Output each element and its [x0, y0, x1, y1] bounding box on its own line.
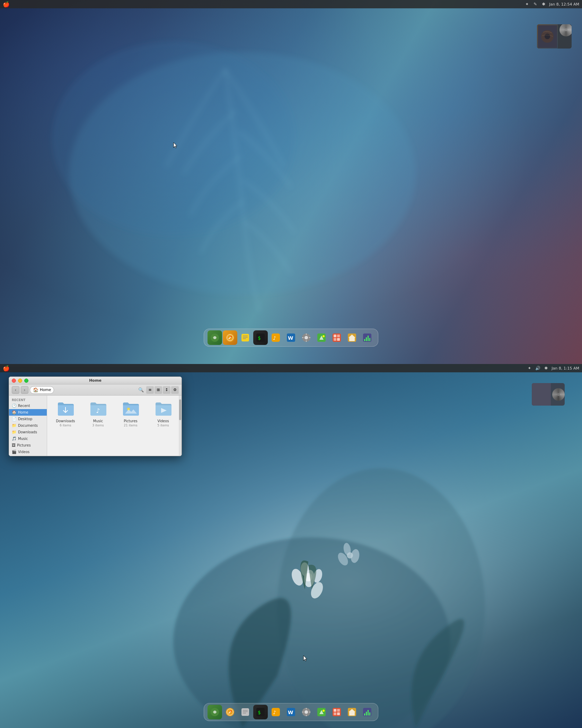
dock-item-editor-bottom[interactable]: [314, 705, 329, 719]
menubar-top: 🍎 ✦ ✎ ✱ Jan 8, 12:54 AM: [0, 0, 582, 8]
music-widget-bottom[interactable]: ⏮ ▶ ⏭: [532, 383, 565, 406]
dock-item-home-bottom[interactable]: [345, 705, 359, 719]
dock-item-browser-bottom[interactable]: [208, 705, 222, 719]
fm-sidebar-item-videos[interactable]: 🎬 Videos: [9, 449, 47, 455]
svg-text:$: $: [258, 335, 261, 341]
dock-item-music-bottom[interactable]: ♪: [268, 705, 283, 719]
fm-documents-icon: 📁: [12, 423, 17, 428]
svg-text:♪: ♪: [273, 710, 276, 715]
album-art-inner-top: [537, 24, 558, 49]
menubar-left: 🍎: [3, 1, 10, 8]
fm-downloads-count: 6 items: [60, 424, 71, 427]
fm-sidebar-item-recent[interactable]: 🕐 Recent: [9, 402, 47, 409]
dock-item-browser-top[interactable]: [208, 330, 222, 345]
fm-sidebar-item-desktop[interactable]: 📄 Desktop: [9, 416, 47, 422]
fm-minimize-button[interactable]: [18, 379, 22, 383]
svg-rect-36: [368, 336, 369, 341]
fm-sidebar: Recent 🕐 Recent 🏠 Home 📄 Desktop 📁 Docum…: [9, 396, 47, 456]
apple-menu-bottom[interactable]: 🍎: [3, 365, 10, 372]
fm-search-button[interactable]: 🔍: [137, 386, 145, 394]
fm-sidebar-music-label: Music: [18, 437, 28, 441]
fm-pictures-count: 21 items: [124, 424, 137, 427]
fm-sidebar-item-home[interactable]: 🏠 Home: [9, 409, 47, 416]
fm-forward-button[interactable]: ›: [21, 386, 28, 394]
fm-home-sidebar-icon: 🏠: [12, 410, 17, 415]
dock-item-system-bottom[interactable]: [360, 705, 374, 719]
dock-item-tiles-bottom[interactable]: [329, 705, 344, 719]
svg-rect-22: [306, 340, 307, 342]
fm-toolbar: ‹ › 🏠 Home 🔍 ≡ ⊞ ↕ ⚙: [9, 384, 182, 396]
fm-sort-button[interactable]: ↕: [163, 386, 170, 394]
svg-rect-9: [241, 334, 249, 341]
svg-rect-37: [369, 338, 370, 341]
menubar-icon-volume-bottom: 🔊: [535, 365, 540, 371]
fm-sidebar-item-downloads[interactable]: 📁 Downloads: [9, 429, 47, 435]
album-art-bottom: [532, 383, 551, 406]
fm-back-button[interactable]: ‹: [12, 386, 19, 394]
fm-sidebar-item-documents[interactable]: 📁 Documents: [9, 422, 47, 429]
dock-item-music-top[interactable]: ♪: [268, 330, 283, 345]
fm-folder-pictures[interactable]: Pictures 21 items: [116, 399, 146, 428]
fm-scrollbar-thumb[interactable]: [179, 399, 181, 420]
fm-grid-view-button[interactable]: ⊞: [155, 386, 162, 394]
dock-item-home-top[interactable]: [345, 330, 359, 345]
dock-item-safari-bottom[interactable]: [223, 705, 237, 719]
svg-rect-31: [337, 338, 340, 341]
fm-sidebar-item-trash[interactable]: 🗑 Trash: [9, 455, 47, 456]
dock-item-terminal-top[interactable]: $: [253, 330, 268, 345]
svg-rect-35: [366, 337, 367, 341]
fm-location-bar[interactable]: 🏠 Home: [30, 386, 54, 394]
music-widget-top[interactable]: ⏮ ▶ ⏭: [537, 24, 572, 49]
menubar-right-bottom: ✦ 🔊 ✱ Jan 8, 1:15 AM: [527, 365, 579, 371]
fm-main-content: Downloads 6 items ♪ Music: [47, 396, 182, 456]
dock-item-settings-bottom[interactable]: [299, 705, 314, 719]
fm-list-view-button[interactable]: ≡: [146, 386, 154, 394]
menubar-right-top: ✦ ✎ ✱ Jan 8, 12:54 AM: [524, 1, 579, 7]
svg-point-1: [52, 42, 294, 236]
dock-top: $ ♪ W: [204, 329, 378, 347]
svg-point-26: [323, 335, 325, 337]
leaf-wallpaper-top: [0, 0, 582, 364]
dock-item-terminal-bottom[interactable]: $: [253, 705, 268, 719]
svg-rect-21: [306, 333, 307, 335]
dock-item-settings-top[interactable]: [299, 330, 314, 345]
fm-maximize-button[interactable]: [24, 379, 28, 383]
menubar-bottom: 🍎 ✦ 🔊 ✱ Jan 8, 1:15 AM: [0, 364, 582, 372]
menubar-icon-star-bottom: ✦: [527, 365, 532, 371]
file-manager-window: Home ‹ › 🏠 Home 🔍 ≡ ⊞ ↕ ⚙ Recent: [9, 376, 182, 456]
svg-point-71: [305, 710, 308, 714]
dock-item-notes-top[interactable]: [238, 330, 253, 345]
dock-item-safari-top[interactable]: [223, 330, 237, 345]
apple-menu-top[interactable]: 🍎: [3, 1, 10, 8]
cd-disc-top: [559, 24, 572, 36]
fm-view-buttons: ≡ ⊞ ↕ ⚙: [146, 386, 179, 394]
svg-rect-87: [368, 710, 369, 716]
fm-options-button[interactable]: ⚙: [171, 386, 179, 394]
dock-item-tiles-top[interactable]: [329, 330, 344, 345]
fm-sidebar-recent-label: Recent: [18, 404, 30, 408]
svg-rect-82: [337, 712, 340, 715]
fm-folder-music[interactable]: ♪ Music 3 items: [83, 399, 113, 428]
svg-text:♪: ♪: [96, 407, 100, 414]
fm-close-button[interactable]: [12, 379, 16, 383]
dock-item-editor-top[interactable]: [314, 330, 329, 345]
svg-rect-88: [369, 712, 370, 716]
fm-sidebar-item-music[interactable]: 🎵 Music: [9, 435, 47, 442]
cd-disc-bottom: [552, 388, 565, 401]
dock-item-system-top[interactable]: [360, 330, 374, 345]
svg-point-50: [347, 552, 353, 558]
fm-videos-folder-icon: [154, 400, 172, 418]
fm-folder-downloads[interactable]: Downloads 6 items: [51, 399, 80, 428]
dock-bottom: $ ♪ W: [204, 703, 378, 721]
fm-pictures-folder-icon: [122, 400, 140, 418]
dock-item-word-top[interactable]: W: [284, 330, 298, 345]
svg-point-20: [305, 336, 308, 339]
fm-scrollbar-track[interactable]: [179, 396, 182, 456]
fm-folder-grid: Downloads 6 items ♪ Music: [47, 396, 182, 432]
fm-sidebar-videos-label: Videos: [18, 450, 29, 454]
menubar-icon-wifi: ✱: [541, 1, 546, 7]
fm-folder-videos[interactable]: Videos 5 items: [148, 399, 178, 428]
dock-item-word-bottom[interactable]: W: [284, 705, 298, 719]
fm-sidebar-item-pictures[interactable]: 🖼 Pictures: [9, 442, 47, 449]
dock-item-notes-bottom[interactable]: [238, 705, 253, 719]
